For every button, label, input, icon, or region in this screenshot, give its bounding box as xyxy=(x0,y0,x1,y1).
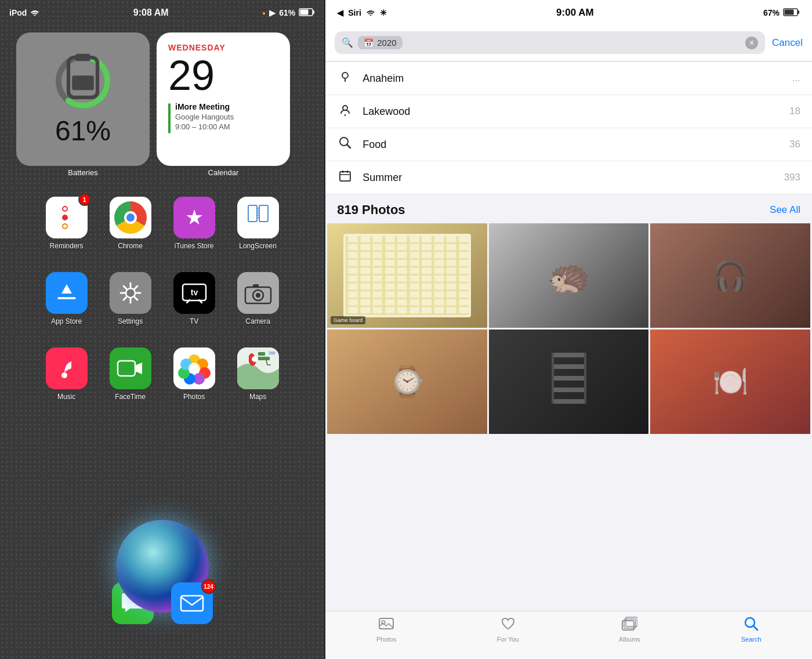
battery-icon xyxy=(299,8,315,18)
app-item-settings[interactable]: Settings xyxy=(99,266,162,342)
tab-photos-icon xyxy=(378,616,394,633)
app-icon-reminders: 1 xyxy=(46,197,88,238)
right-battery-icon xyxy=(783,8,800,18)
cal-event-time: 9:00 – 10:00 AM xyxy=(175,122,234,131)
app-item-facetime[interactable]: FaceTime xyxy=(99,342,162,417)
result-text-1: Lakewood xyxy=(362,106,780,118)
photo-cell-4[interactable]: ⌚ xyxy=(327,330,487,434)
app-name-chrome: Chrome xyxy=(118,242,143,250)
svg-rect-2 xyxy=(300,9,309,15)
app-name-photos: Photos xyxy=(183,393,205,401)
photo-cell-5[interactable] xyxy=(489,330,649,434)
app-item-photos[interactable]: Photos xyxy=(162,342,226,417)
search-bar-area: 🔍 📅 2020 ✕ Cancel xyxy=(325,26,812,61)
right-wifi-icon xyxy=(366,8,375,17)
app-grid: 1 Reminders Chrome ★ iTunes Store xyxy=(0,182,324,417)
tab-photos[interactable]: Photos xyxy=(325,616,447,643)
dock-item-mail[interactable]: 124 xyxy=(171,582,213,624)
cal-day-name: WEDNESDAY xyxy=(168,43,278,52)
app-item-chrome[interactable]: Chrome xyxy=(99,191,162,266)
tab-search-label: Search xyxy=(741,636,762,643)
search-input-wrap[interactable]: 🔍 📅 2020 ✕ xyxy=(335,31,765,54)
app-item-camera[interactable]: Camera xyxy=(226,266,290,342)
search-cancel-button[interactable]: Cancel xyxy=(772,37,803,49)
svg-rect-60 xyxy=(552,399,586,404)
list-item[interactable]: Anaheim ... xyxy=(325,61,812,95)
tab-photos-label: Photos xyxy=(376,636,396,643)
photo-cell-6[interactable]: 🍽️ xyxy=(650,330,810,434)
app-name-longscreen: LongScreen xyxy=(239,242,277,250)
app-icon-tv: tv xyxy=(173,272,215,314)
back-arrow: ◀ xyxy=(337,8,343,17)
cal-date: 29 xyxy=(168,55,278,96)
svg-point-25 xyxy=(256,293,260,298)
right-status-bar: ◀ Siri ✳ 9:00 AM 67% xyxy=(325,0,812,26)
list-item[interactable]: Lakewood 18 xyxy=(325,95,812,128)
see-all-button[interactable]: See All xyxy=(770,204,800,216)
list-item[interactable]: Summer 393 xyxy=(325,161,812,194)
tab-albums[interactable]: Albums xyxy=(569,616,691,643)
app-icon-longscreen xyxy=(237,197,279,238)
app-item-music[interactable]: Music xyxy=(35,342,99,417)
calendar-widget: WEDNESDAY 29 iMore Meeting Google Hangou… xyxy=(157,32,290,166)
photo-cell-3[interactable]: 🎧 xyxy=(650,223,810,328)
svg-point-38 xyxy=(252,356,258,362)
result-count-1: 18 xyxy=(789,106,800,117)
siri-label: Siri xyxy=(348,8,361,17)
svg-rect-56 xyxy=(552,353,586,357)
svg-point-36 xyxy=(188,363,200,374)
result-text-0: Anaheim xyxy=(362,73,783,85)
app-icon-music xyxy=(46,347,88,389)
tab-albums-label: Albums xyxy=(619,636,640,643)
list-item[interactable]: Food 36 xyxy=(325,128,812,161)
app-name-maps: Maps xyxy=(249,393,266,401)
app-item-itunes[interactable]: ★ iTunes Store xyxy=(162,191,226,266)
left-panel: iPod 9:08 AM ● ▶ 61% xyxy=(0,0,324,659)
calendar-widget-col: WEDNESDAY 29 iMore Meeting Google Hangou… xyxy=(157,32,290,177)
left-status-left: iPod xyxy=(9,8,39,17)
left-status-right: ● ▶ 61% xyxy=(262,8,315,18)
right-panel: ◀ Siri ✳ 9:00 AM 67% 🔍 📅 2020 ✕ Cancel xyxy=(325,0,812,659)
svg-text:280: 280 xyxy=(269,351,276,355)
photos-section: 819 Photos See All Game board 🦔 xyxy=(325,194,812,611)
tab-albums-icon xyxy=(621,616,637,633)
app-item-appstore[interactable]: App Store xyxy=(35,266,99,342)
search-clear-button[interactable]: ✕ xyxy=(745,37,758,49)
result-calendar-icon-3 xyxy=(337,169,353,186)
svg-rect-44 xyxy=(798,10,799,14)
result-count-0: ... xyxy=(792,73,800,84)
app-name-appstore: App Store xyxy=(51,317,82,325)
svg-point-12 xyxy=(126,288,135,298)
search-results: Anaheim ... Lakewood 18 Food 36 Summer 3… xyxy=(325,61,812,194)
svg-rect-1 xyxy=(313,10,314,14)
cal-event-bar xyxy=(168,103,171,133)
result-count-2: 36 xyxy=(789,139,800,150)
app-icon-facetime xyxy=(110,347,151,389)
battery-widget-label: Batteries xyxy=(68,168,97,177)
search-year-tag[interactable]: 📅 2020 xyxy=(358,36,402,49)
svg-rect-6 xyxy=(76,53,90,61)
battery-widget-col: 61% Batteries xyxy=(16,32,150,177)
search-icon: 🔍 xyxy=(342,37,353,48)
photo-cell-1[interactable]: Game board xyxy=(327,223,487,328)
app-icon-settings xyxy=(110,272,151,314)
result-search-icon-2 xyxy=(337,136,353,153)
app-item-tv[interactable]: tv TV xyxy=(162,266,226,342)
tab-search[interactable]: Search xyxy=(690,616,812,643)
svg-rect-9 xyxy=(259,205,268,222)
photo-cell-2[interactable]: 🦔 xyxy=(489,223,649,328)
app-item-maps[interactable]: 280 Maps xyxy=(226,342,290,417)
tab-foryou[interactable]: For You xyxy=(447,616,569,643)
svg-rect-63 xyxy=(379,618,393,629)
svg-rect-28 xyxy=(118,361,135,376)
app-item-longscreen[interactable]: LongScreen xyxy=(226,191,290,266)
app-item-reminders[interactable]: 1 Reminders xyxy=(35,191,99,266)
app-name-settings: Settings xyxy=(118,317,143,325)
result-location-icon-1 xyxy=(337,103,353,120)
svg-rect-8 xyxy=(248,205,257,222)
photos-title: 819 Photos xyxy=(337,202,405,218)
app-icon-itunes: ★ xyxy=(173,197,215,238)
battery-widget: 61% xyxy=(16,32,150,166)
right-battery-percent: 67% xyxy=(763,8,780,17)
svg-rect-39 xyxy=(258,352,265,356)
